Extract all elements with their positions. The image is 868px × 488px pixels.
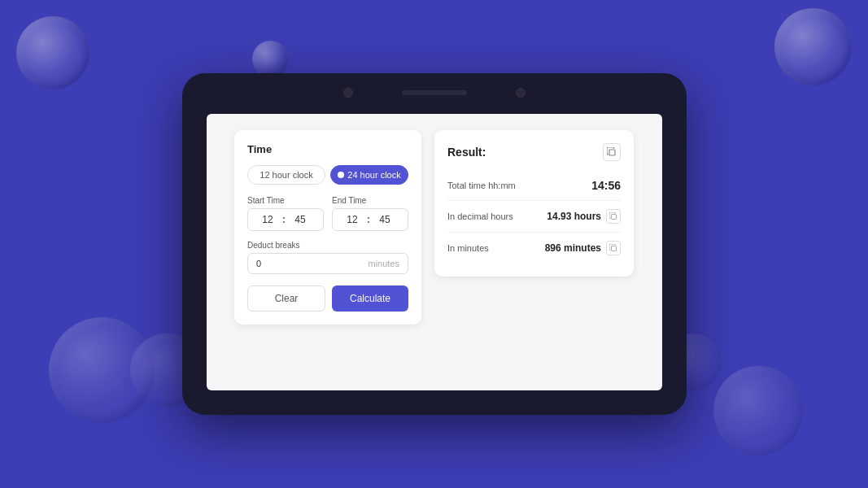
- minutes-value-group: 896 minutes: [545, 241, 621, 255]
- clear-button[interactable]: Clear: [247, 285, 325, 312]
- copy-decimal-button[interactable]: [606, 209, 621, 224]
- tablet-camera-right: [516, 88, 526, 98]
- result-title: Result:: [447, 146, 486, 159]
- end-time-label: End Time: [332, 196, 408, 205]
- deduct-breaks-label: Deduct breaks: [247, 241, 408, 250]
- minutes-unit-label: minutes: [368, 259, 399, 268]
- decimal-hours-value: 14.93 hours: [547, 211, 601, 222]
- minutes-label: In minutes: [447, 243, 489, 253]
- decorative-sphere-1: [16, 16, 89, 89]
- decorative-sphere-3: [774, 8, 852, 85]
- 24-hour-label: 24 hour clock: [347, 170, 400, 180]
- time-inputs-row: Start Time : End Time :: [247, 196, 408, 231]
- result-panel: Result: Total time hh:mm 14:56 In decima…: [434, 130, 634, 277]
- panel-title: Time: [247, 143, 408, 155]
- 12-hour-label: 12 hour clock: [260, 170, 312, 180]
- calculate-button[interactable]: Calculate: [332, 285, 408, 312]
- decorative-sphere-6: [713, 366, 803, 455]
- tablet-screen: Time 12 hour clock 24 hour clock Start T…: [207, 114, 662, 390]
- start-minutes-input[interactable]: [289, 214, 312, 225]
- breaks-value-input[interactable]: [256, 259, 289, 268]
- tablet-top-bar: [182, 73, 687, 112]
- svg-rect-2: [612, 246, 617, 251]
- minutes-row: In minutes 896 minutes: [447, 233, 621, 264]
- start-hours-input[interactable]: [256, 214, 279, 225]
- total-time-row: Total time hh:mm 14:56: [447, 171, 621, 201]
- end-time-group: End Time :: [332, 196, 408, 231]
- svg-rect-0: [609, 150, 615, 155]
- end-time-separator: :: [367, 214, 370, 225]
- total-time-label: Total time hh:mm: [447, 181, 516, 190]
- tablet-speaker: [402, 90, 467, 95]
- total-time-value: 14:56: [591, 179, 621, 192]
- end-minutes-input[interactable]: [373, 214, 396, 225]
- decimal-hours-label: In decimal hours: [447, 211, 513, 221]
- tablet-device: Time 12 hour clock 24 hour clock Start T…: [182, 73, 687, 415]
- decimal-hours-row: In decimal hours 14.93 hours: [447, 201, 621, 233]
- time-input-panel: Time 12 hour clock 24 hour clock Start T…: [234, 130, 421, 325]
- end-hours-input[interactable]: [341, 214, 364, 225]
- end-time-input[interactable]: :: [332, 208, 408, 231]
- result-header: Result:: [447, 143, 621, 161]
- copy-minutes-button[interactable]: [606, 241, 621, 255]
- start-time-label: Start Time: [247, 196, 324, 205]
- radio-dot-icon: [338, 172, 344, 178]
- decorative-sphere-2: [252, 41, 289, 77]
- action-buttons-row: Clear Calculate: [247, 285, 408, 312]
- start-time-group: Start Time :: [247, 196, 324, 231]
- breaks-input-container[interactable]: minutes: [247, 253, 408, 274]
- tablet-camera: [343, 88, 353, 98]
- copy-all-button[interactable]: [603, 143, 621, 161]
- decimal-hours-value-group: 14.93 hours: [547, 209, 621, 224]
- 24-hour-clock-button[interactable]: 24 hour clock: [330, 165, 408, 185]
- clock-toggle-group: 12 hour clock 24 hour clock: [247, 165, 408, 185]
- svg-rect-1: [612, 215, 617, 220]
- start-time-input[interactable]: :: [247, 208, 324, 231]
- 12-hour-clock-button[interactable]: 12 hour clock: [247, 165, 325, 185]
- minutes-value: 896 minutes: [545, 242, 601, 254]
- start-time-separator: :: [282, 214, 286, 225]
